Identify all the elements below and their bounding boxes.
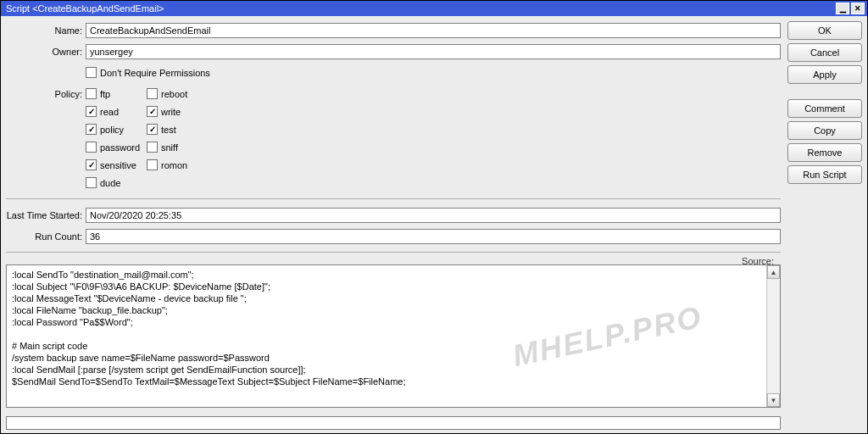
policy-grid: Policy:ftprebootreadwritepolicytestpassw… [6,85,781,192]
policy-checkbox-ftp[interactable] [86,88,97,99]
policy-label-policy: policy [100,125,124,135]
policy-item-reboot[interactable]: reboot [147,88,208,99]
source-textarea[interactable]: :local SendTo "destination_mail@mail.com… [7,265,766,407]
separator [6,198,781,199]
scroll-down-icon[interactable]: ▼ [767,393,780,407]
comment-button[interactable]: Comment [787,99,862,118]
scroll-up-icon[interactable]: ▲ [767,265,780,279]
policy-item-read[interactable]: read [86,106,147,117]
policy-checkbox-password[interactable] [86,142,97,153]
policy-item-dude[interactable]: dude [86,177,147,188]
policy-item-romon[interactable]: romon [147,159,208,170]
titlebar: Script <CreateBackupAndSendEmail> ▁ ✕ [1,1,867,16]
policy-checkbox-policy[interactable] [86,124,97,135]
apply-button[interactable]: Apply [787,65,862,84]
policy-label-reboot: reboot [161,89,187,99]
run-count-value: 36 [86,229,781,244]
policy-label-sniff: sniff [161,142,178,153]
policy-label-sensitive: sensitive [100,160,136,170]
policy-item-ftp[interactable]: ftp [86,88,147,99]
minimize-button[interactable]: ▁ [836,3,849,14]
policy-checkbox-reboot[interactable] [147,88,158,99]
copy-button[interactable]: Copy [787,121,862,140]
policy-label-dude: dude [100,178,120,188]
last-started-value: Nov/20/2020 20:25:35 [86,208,781,223]
run-count-label: Run Count: [6,231,86,242]
policy-item-write[interactable]: write [147,106,208,117]
policy-item-password[interactable]: password [86,142,147,153]
policy-item-policy[interactable]: policy [86,124,147,135]
source-box: :local SendTo "destination_mail@mail.com… [6,264,781,408]
policy-label-password: password [100,142,140,153]
window-content: Name: Owner: Don't Require Permissions P… [1,16,867,433]
status-bar [6,416,781,430]
policy-label-read: read [100,107,119,117]
policy-checkbox-test[interactable] [147,124,158,135]
policy-item-test[interactable]: test [147,124,208,135]
separator-2 [6,252,781,253]
owner-label: Owner: [6,47,86,57]
remove-button[interactable]: Remove [787,143,862,162]
policy-label-write: write [161,107,181,117]
last-started-label: Last Time Started: [6,210,86,220]
button-column: OK Cancel Apply Comment Copy Remove Run … [787,21,862,430]
policy-label-romon: romon [161,160,187,170]
dont-require-label: Don't Require Permissions [100,68,210,78]
policy-checkbox-write[interactable] [147,106,158,117]
policy-label: Policy: [6,89,86,99]
name-input[interactable] [86,23,781,38]
policy-label-test: test [161,125,176,135]
policy-checkbox-read[interactable] [86,106,97,117]
window-title: Script <CreateBackupAndSendEmail> [6,3,164,14]
policy-label-ftp: ftp [100,89,110,99]
policy-checkbox-dude[interactable] [86,177,97,188]
main-panel: Name: Owner: Don't Require Permissions P… [6,21,781,430]
policy-checkbox-sensitive[interactable] [86,159,97,170]
policy-item-sensitive[interactable]: sensitive [86,159,147,170]
cancel-button[interactable]: Cancel [787,43,862,62]
owner-input[interactable] [86,44,781,59]
vertical-scrollbar[interactable]: ▲ ▼ [766,265,780,407]
name-label: Name: [6,25,86,36]
policy-item-sniff[interactable]: sniff [147,142,208,153]
dont-require-checkbox[interactable] [86,67,97,78]
policy-checkbox-romon[interactable] [147,159,158,170]
source-section: Source: :local SendTo "destination_mail@… [6,259,781,408]
close-button[interactable]: ✕ [851,3,865,14]
ok-button[interactable]: OK [787,21,862,40]
policy-checkbox-sniff[interactable] [147,142,158,153]
run-script-button[interactable]: Run Script [787,165,862,184]
